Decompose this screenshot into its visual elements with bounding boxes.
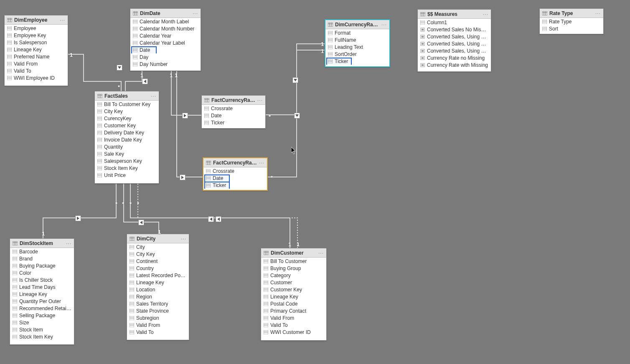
field-row[interactable]: Buying Package xyxy=(10,262,74,269)
field-row[interactable]: Category xyxy=(261,272,326,279)
table-menu-button[interactable]: ··· xyxy=(193,10,198,16)
table-card-factsales[interactable]: FactSales···Bill To Customer KeyCity Key… xyxy=(94,91,159,184)
field-row[interactable]: Stock Item Key xyxy=(10,333,74,340)
table-header[interactable]: DimStockItem··· xyxy=(10,239,74,248)
field-row[interactable]: Latest Recorded Populati... xyxy=(127,272,189,279)
field-row[interactable]: Unit Price xyxy=(95,172,159,179)
field-row[interactable]: Valid To xyxy=(5,67,68,74)
table-card-dimemployee[interactable]: DimEmployee···EmployeeEmployee KeyIs Sal… xyxy=(4,15,68,86)
field-row[interactable]: Continent xyxy=(127,258,189,265)
field-row[interactable]: City xyxy=(127,243,189,250)
table-card-dimcustomer[interactable]: DimCustomer···Bill To CustomerBuying Gro… xyxy=(261,248,327,341)
field-row[interactable]: Rate Type xyxy=(540,18,603,25)
field-row[interactable]: City Key xyxy=(95,108,159,115)
table-header[interactable]: FactSales··· xyxy=(95,91,159,101)
field-row[interactable]: Region xyxy=(127,293,189,300)
field-row[interactable]: Currency Rate with Missing xyxy=(418,61,491,68)
field-row[interactable]: Lineage Key xyxy=(5,46,68,53)
field-row[interactable]: Converted Sales, Using Last Rep... xyxy=(418,40,491,47)
field-row[interactable]: Quantity xyxy=(95,143,159,150)
field-row[interactable]: Invoice Date Key xyxy=(95,136,159,143)
field-row[interactable]: Day Number xyxy=(130,61,201,68)
field-row[interactable]: Date xyxy=(202,112,265,119)
table-card-measures[interactable]: $$ Measures···Column1Converted Sales No … xyxy=(417,9,491,72)
field-row[interactable]: Barcode xyxy=(10,248,74,255)
field-row[interactable]: Employee Key xyxy=(5,32,68,39)
field-row[interactable]: Valid From xyxy=(127,321,189,329)
field-row[interactable]: Converted Sales, Using Selected... xyxy=(418,47,491,54)
field-row[interactable]: Sale Key xyxy=(95,150,159,157)
table-header[interactable]: DimEmployee··· xyxy=(5,15,68,25)
field-row[interactable]: Calendar Month Label xyxy=(130,18,201,25)
field-row[interactable]: CurencyKey xyxy=(95,115,159,122)
field-row[interactable]: Ticker xyxy=(203,182,267,189)
table-header[interactable]: DimDate··· xyxy=(130,9,201,18)
field-row[interactable]: Date xyxy=(130,46,201,53)
field-row[interactable]: Format xyxy=(325,29,389,36)
table-card-ratetype[interactable]: Rate Type···Rate TypeSort xyxy=(539,8,604,34)
field-row[interactable]: Country xyxy=(127,265,189,272)
field-row[interactable]: Buying Group xyxy=(261,265,326,272)
table-menu-button[interactable]: ··· xyxy=(66,240,71,246)
field-row[interactable]: WWI Customer ID xyxy=(261,329,326,336)
table-menu-button[interactable]: ··· xyxy=(483,11,488,17)
field-row[interactable]: Ticker xyxy=(202,119,265,126)
field-row[interactable]: Preferred Name xyxy=(5,53,68,60)
field-row[interactable]: Customer Key xyxy=(95,122,159,129)
table-menu-button[interactable]: ··· xyxy=(60,17,65,23)
field-row[interactable]: Converted Sales No Missing xyxy=(418,26,491,33)
field-row[interactable]: Recommended Retail Price xyxy=(10,305,74,312)
field-row[interactable]: Lineage Key xyxy=(10,291,74,298)
table-header[interactable]: DimCustomer··· xyxy=(261,248,326,258)
field-row[interactable]: Sort xyxy=(540,25,603,32)
table-header[interactable]: DimCity··· xyxy=(127,234,189,243)
table-menu-button[interactable]: ··· xyxy=(151,93,156,99)
field-row[interactable]: Quantity Per Outer xyxy=(10,298,74,305)
field-row[interactable]: Currency Rate no Missing xyxy=(418,54,491,61)
field-row[interactable]: Brand xyxy=(10,255,74,262)
field-row[interactable]: Stock Item Key xyxy=(95,164,159,172)
field-row[interactable]: Subregion xyxy=(127,314,189,321)
table-card-dimdate[interactable]: DimDate···Calendar Month LabelCalendar M… xyxy=(130,8,201,71)
field-row[interactable]: Calendar Month Number xyxy=(130,25,201,32)
field-row[interactable]: FullName xyxy=(325,36,389,43)
field-row[interactable]: Converted Sales, Using Current ... xyxy=(418,33,491,40)
field-row[interactable]: State Province xyxy=(127,307,189,314)
field-row[interactable]: Day xyxy=(130,53,201,61)
table-header[interactable]: $$ Measures··· xyxy=(418,10,491,19)
table-card-factcurrencyrates[interactable]: FactCurrencyRates···CrossrateDateTicker xyxy=(201,95,266,129)
field-row[interactable]: Ticker xyxy=(325,58,389,65)
model-canvas[interactable]: DimEmployee···EmployeeEmployee KeyIs Sal… xyxy=(0,0,630,364)
field-row[interactable]: Sales Territory xyxy=(127,300,189,307)
field-row[interactable]: Salesperson Key xyxy=(95,157,159,164)
field-row[interactable]: Customer xyxy=(261,279,326,286)
field-row[interactable]: Is Salesperson xyxy=(5,39,68,46)
table-card-dimcurrencyrates[interactable]: DimCurrencyRates···FormatFullNameLeading… xyxy=(325,19,390,67)
table-menu-button[interactable]: ··· xyxy=(595,10,601,16)
table-menu-button[interactable]: ··· xyxy=(181,236,186,242)
field-row[interactable]: Calendar Year Label xyxy=(130,39,201,46)
table-header[interactable]: Rate Type··· xyxy=(540,9,603,18)
field-row[interactable]: Selling Package xyxy=(10,312,74,319)
field-row[interactable]: Calendar Year xyxy=(130,32,201,39)
table-header[interactable]: DimCurrencyRates··· xyxy=(325,20,389,29)
table-menu-button[interactable]: ··· xyxy=(318,250,324,256)
field-row[interactable]: City Key xyxy=(127,250,189,258)
table-menu-button[interactable]: ··· xyxy=(381,22,387,28)
field-row[interactable]: Column1 xyxy=(418,19,491,26)
table-menu-button[interactable]: ··· xyxy=(257,97,263,103)
table-header[interactable]: FactCurrencyRates··· xyxy=(202,96,265,105)
field-row[interactable]: Bill To Customer Key xyxy=(95,101,159,108)
table-menu-button[interactable]: ··· xyxy=(259,160,264,166)
table-card-factcurrencyratesn[interactable]: FactCurrencyRatesN...···CrossrateDateTic… xyxy=(203,157,268,191)
field-row[interactable]: Customer Key xyxy=(261,286,326,293)
field-row[interactable]: SortOrder xyxy=(325,51,389,58)
table-header[interactable]: FactCurrencyRatesN...··· xyxy=(203,158,267,167)
field-row[interactable]: Lineage Key xyxy=(127,279,189,286)
field-row[interactable]: Stock Item xyxy=(10,326,74,333)
field-row[interactable]: Bill To Customer xyxy=(261,258,326,265)
table-card-dimstockitem[interactable]: DimStockItem···BarcodeBrandBuying Packag… xyxy=(10,238,74,345)
field-row[interactable]: WWI Employee ID xyxy=(5,74,68,81)
field-row[interactable]: Location xyxy=(127,286,189,293)
field-row[interactable]: Valid From xyxy=(261,314,326,321)
